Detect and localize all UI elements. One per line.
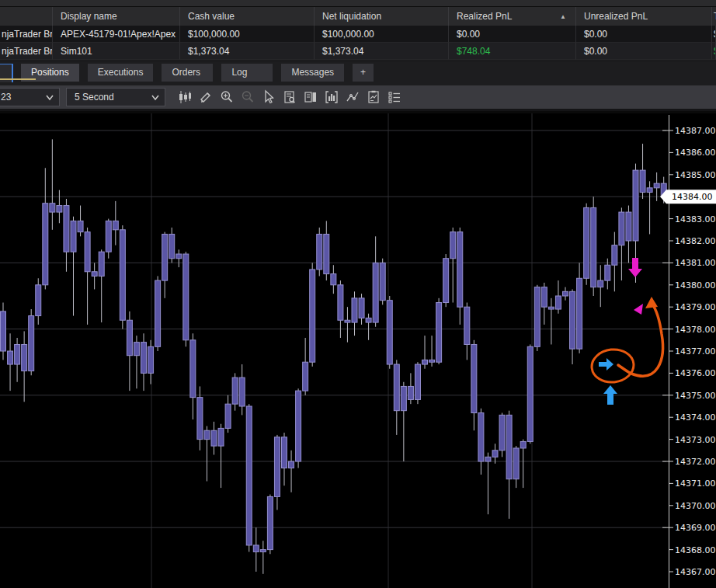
candle-body xyxy=(563,291,568,296)
zoom-out-icon xyxy=(240,89,255,105)
candle-body xyxy=(584,207,589,278)
candle-body xyxy=(176,254,182,259)
instrument-value: 23 xyxy=(1,92,11,103)
account-overflow-cell: $ xyxy=(712,26,716,43)
candle-body xyxy=(619,212,624,245)
candle-body xyxy=(78,221,83,231)
candle-body xyxy=(310,270,315,362)
candle-body xyxy=(1,311,6,351)
candle-body xyxy=(338,285,343,320)
candlestick-chart-icon xyxy=(177,89,193,105)
candle-body xyxy=(352,298,357,322)
candle-body xyxy=(436,303,442,363)
candle-body xyxy=(513,448,519,479)
zigzag-line-icon xyxy=(345,89,360,105)
column-header-overflow[interactable]: T xyxy=(712,7,716,26)
candle-body xyxy=(169,234,175,258)
projection-arrow-head-icon[interactable] xyxy=(645,297,658,308)
candle-body xyxy=(289,461,294,468)
candle-body xyxy=(148,346,154,373)
interval-dropdown[interactable]: 5 Second xyxy=(66,88,165,106)
candle-body xyxy=(394,364,399,411)
data-box-button[interactable] xyxy=(279,87,300,107)
candle-body xyxy=(534,287,540,347)
account-row-apex[interactable]: njaTrader Br APEX-45179-01!Apex!Apex $10… xyxy=(0,26,716,43)
add-tab-button[interactable]: + xyxy=(353,64,374,82)
column-header-cash-value[interactable]: Cash value xyxy=(180,7,315,26)
candle-body xyxy=(120,230,125,320)
last-price-marker-label: 14384.00 xyxy=(672,192,713,202)
instrument-dropdown[interactable]: 23 xyxy=(0,88,60,106)
properties-list-icon xyxy=(387,89,402,105)
indicators-button[interactable] xyxy=(321,87,342,107)
tab-log[interactable]: Log xyxy=(221,64,273,82)
tab-messages[interactable]: Messages xyxy=(281,64,344,82)
candle-body xyxy=(485,457,491,461)
price-axis-label: 14382.00 xyxy=(675,236,716,246)
candle-body xyxy=(282,437,287,468)
tab-orders[interactable]: Orders xyxy=(162,64,213,82)
candle-body xyxy=(471,344,477,412)
price-axis-label: 14379.00 xyxy=(675,302,716,312)
candle-body xyxy=(422,360,428,364)
candle-body xyxy=(99,252,104,276)
indicators-icon xyxy=(324,89,339,105)
candle-body xyxy=(29,316,34,371)
candle-body xyxy=(324,234,329,273)
candlestick-chart-canvas[interactable]: 14367.0014368.0014369.0014370.0014371.00… xyxy=(0,113,716,588)
candle-body xyxy=(408,386,413,399)
pencil-icon xyxy=(198,89,214,105)
candle-body xyxy=(450,232,456,259)
candle-body xyxy=(499,415,505,450)
candle-body xyxy=(225,404,231,428)
candle-body xyxy=(401,386,406,410)
chart-style-button[interactable] xyxy=(174,87,195,107)
column-header-display-name[interactable]: Display name xyxy=(53,7,180,26)
candle-body xyxy=(127,320,132,355)
account-cash-value: $1,373.04 xyxy=(180,43,315,60)
account-net-liquidation: $1,373.04 xyxy=(315,43,449,60)
chart-trader-button[interactable] xyxy=(300,87,321,107)
data-box-icon xyxy=(282,89,297,105)
candle-body xyxy=(317,234,322,269)
price-chart[interactable]: 14367.0014368.0014369.0014370.0014371.00… xyxy=(0,113,716,588)
candle-body xyxy=(331,274,336,285)
price-axis-label: 14386.00 xyxy=(675,148,716,158)
column-header-unrealized-pnl[interactable]: Unrealized PnL xyxy=(576,7,712,26)
drawing-pencil-button[interactable] xyxy=(195,87,216,107)
entry-circle-icon[interactable] xyxy=(590,347,635,384)
account-net-liquidation: $100,000.00 xyxy=(315,26,449,43)
candle-body xyxy=(527,346,533,441)
entry-pointer-arrow-icon[interactable] xyxy=(599,358,613,371)
price-axis-label: 14371.00 xyxy=(675,478,716,489)
drawing-tools-button[interactable] xyxy=(342,87,363,107)
sell-signal-arrow-icon[interactable] xyxy=(628,258,642,277)
zoom-in-icon xyxy=(219,89,235,105)
account-row-sim101[interactable]: njaTrader Br Sim101 $1,373.04 $1,373.04 … xyxy=(0,43,716,60)
account-unrealized-pnl: $0.00 xyxy=(576,26,712,43)
price-axis-label: 14368.00 xyxy=(675,545,716,555)
price-axis-label: 14385.00 xyxy=(675,170,716,180)
chart-trader-icon xyxy=(303,89,318,105)
column-header-net-liquidation[interactable]: Net liquidation xyxy=(315,7,449,26)
candle-body xyxy=(345,320,350,322)
zoom-in-button[interactable] xyxy=(216,87,237,107)
column-header-connection[interactable] xyxy=(0,7,53,26)
column-header-realized-pnl[interactable]: Realized PnL ▲ xyxy=(449,7,576,26)
account-display-name: Sim101 xyxy=(53,43,180,60)
strategies-button[interactable] xyxy=(363,87,384,107)
tab-executions[interactable]: Executions xyxy=(88,64,154,82)
candle-body xyxy=(106,221,111,252)
candle-body xyxy=(577,278,582,349)
candle-body xyxy=(640,170,645,192)
price-axis-label: 14377.00 xyxy=(675,346,716,357)
candle-body xyxy=(387,301,392,364)
cursor-button[interactable] xyxy=(258,87,279,107)
candle-body xyxy=(541,287,547,308)
candle-body xyxy=(260,550,266,552)
candle-body xyxy=(113,221,118,229)
zoom-out-button[interactable] xyxy=(237,87,258,107)
price-flag-arrow-icon[interactable] xyxy=(634,304,643,315)
properties-button[interactable] xyxy=(384,87,405,107)
candle-body xyxy=(15,344,20,364)
